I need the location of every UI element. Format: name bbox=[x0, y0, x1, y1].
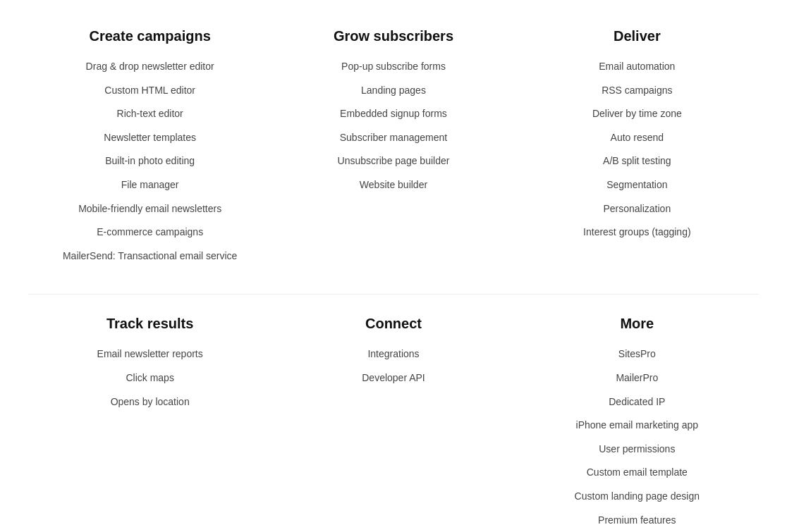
items-connect: IntegrationsDeveloper API bbox=[293, 347, 494, 385]
list-item[interactable]: Built-in photo editing bbox=[49, 154, 250, 168]
list-item[interactable]: Auto resend bbox=[537, 131, 738, 145]
section-title-grow-subscribers: Grow subscribers bbox=[293, 28, 494, 44]
column-track-results: Track results Email newsletter reportsCl… bbox=[28, 302, 272, 532]
list-item[interactable]: User permissions bbox=[537, 443, 738, 457]
section-title-connect: Connect bbox=[293, 316, 494, 332]
column-deliver: Deliver Email automationRSS campaignsDel… bbox=[515, 14, 759, 287]
list-item[interactable]: Pop-up subscribe forms bbox=[293, 60, 494, 74]
items-deliver: Email automationRSS campaignsDeliver by … bbox=[537, 60, 738, 240]
list-item[interactable]: Custom HTML editor bbox=[49, 84, 250, 98]
list-item[interactable]: Email automation bbox=[537, 60, 738, 74]
section-title-more: More bbox=[537, 316, 738, 332]
list-item[interactable]: Personalization bbox=[537, 202, 738, 216]
list-item[interactable]: Website builder bbox=[293, 178, 494, 192]
list-item[interactable]: Premium features bbox=[537, 514, 738, 528]
column-connect: Connect IntegrationsDeveloper API bbox=[272, 302, 515, 532]
list-item[interactable]: Custom landing page design bbox=[537, 490, 738, 504]
items-track-results: Email newsletter reportsClick mapsOpens … bbox=[49, 347, 250, 409]
list-item[interactable]: SitesPro bbox=[537, 347, 738, 361]
list-item[interactable]: Developer API bbox=[293, 371, 494, 385]
list-item[interactable]: MailerPro bbox=[537, 371, 738, 385]
section-title-deliver: Deliver bbox=[537, 28, 738, 44]
section-title-track-results: Track results bbox=[49, 316, 250, 332]
list-item[interactable]: MailerSend: Transactional email service bbox=[49, 249, 250, 264]
list-item[interactable]: Rich-text editor bbox=[49, 107, 250, 121]
list-item[interactable]: Newsletter templates bbox=[49, 131, 250, 145]
list-item[interactable]: Embedded signup forms bbox=[293, 107, 494, 121]
list-item[interactable]: Interest groups (tagging) bbox=[537, 225, 738, 240]
list-item[interactable]: Drag & drop newsletter editor bbox=[49, 60, 250, 74]
section-title-create-campaigns: Create campaigns bbox=[49, 28, 250, 44]
features-grid: Create campaigns Drag & drop newsletter … bbox=[0, 0, 787, 532]
list-item[interactable]: Segmentation bbox=[537, 178, 738, 192]
list-item[interactable]: Unsubscribe page builder bbox=[293, 154, 494, 168]
list-item[interactable]: Subscriber management bbox=[293, 131, 494, 145]
list-item[interactable]: File manager bbox=[49, 178, 250, 192]
column-grow-subscribers: Grow subscribers Pop-up subscribe formsL… bbox=[272, 14, 515, 287]
items-more: SitesProMailerProDedicated IPiPhone emai… bbox=[537, 347, 738, 532]
list-item[interactable]: Mobile-friendly email newsletters bbox=[49, 202, 250, 216]
list-item[interactable]: Email newsletter reports bbox=[49, 347, 250, 361]
items-grow-subscribers: Pop-up subscribe formsLanding pagesEmbed… bbox=[293, 60, 494, 192]
list-item[interactable]: Landing pages bbox=[293, 84, 494, 98]
divider bbox=[28, 294, 759, 295]
column-more: More SitesProMailerProDedicated IPiPhone… bbox=[515, 302, 759, 532]
list-item[interactable]: Integrations bbox=[293, 347, 494, 361]
list-item[interactable]: Custom email template bbox=[537, 466, 738, 480]
list-item[interactable]: E-commerce campaigns bbox=[49, 225, 250, 240]
column-create-campaigns: Create campaigns Drag & drop newsletter … bbox=[28, 14, 272, 287]
list-item[interactable]: RSS campaigns bbox=[537, 84, 738, 98]
list-item[interactable]: A/B split testing bbox=[537, 154, 738, 168]
items-create-campaigns: Drag & drop newsletter editorCustom HTML… bbox=[49, 60, 250, 263]
list-item[interactable]: Dedicated IP bbox=[537, 395, 738, 409]
list-item[interactable]: Deliver by time zone bbox=[537, 107, 738, 121]
list-item[interactable]: Click maps bbox=[49, 371, 250, 385]
list-item[interactable]: iPhone email marketing app bbox=[537, 419, 738, 433]
list-item[interactable]: Opens by location bbox=[49, 395, 250, 409]
